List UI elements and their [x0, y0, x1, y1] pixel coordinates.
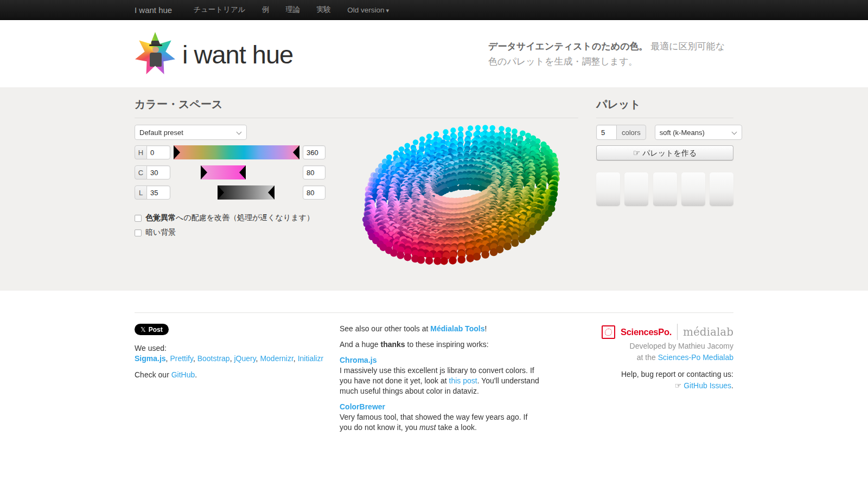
footer-link[interactable]: jQuery: [234, 354, 256, 363]
slider-handle-max-C[interactable]: [239, 165, 246, 179]
nav-item-例[interactable]: 例: [254, 5, 278, 15]
nav-item-実験[interactable]: 実験: [308, 5, 339, 15]
x-logo-icon: 𝕏: [141, 326, 146, 333]
we-used-label: We used:: [135, 343, 340, 354]
slider-max-input-C[interactable]: [303, 165, 326, 179]
color-space-title: カラー・スペース: [135, 96, 578, 118]
footer-link[interactable]: Bootstrap: [197, 354, 230, 363]
app-logo-star-icon: [135, 32, 176, 76]
slider-gradient-H: [174, 145, 299, 159]
footer-divider: [135, 312, 733, 313]
palette-swatch-2[interactable]: [624, 172, 648, 206]
slider-track-C[interactable]: [174, 165, 299, 179]
footer-link[interactable]: Initializr: [298, 354, 323, 363]
palette-title: パレット: [596, 96, 733, 118]
tagline: データサイエンティストのための色。 最適に区別可能な色のパレットを生成・調整しま…: [488, 39, 733, 69]
medialab-logo-text: médialab: [683, 327, 733, 337]
github-issues-line: ☞ GitHub Issues.: [539, 381, 733, 391]
work-item: Chroma.jsI massively use this excellent …: [340, 355, 539, 396]
slider-row-C: C: [135, 165, 347, 180]
slider-label-L: L: [135, 185, 147, 200]
check-github-line: Check our GitHub.: [135, 370, 340, 380]
nav-item-Old version[interactable]: Old version ▾: [339, 6, 397, 14]
x-post-button[interactable]: 𝕏Post: [135, 324, 169, 335]
nav-item-理論[interactable]: 理論: [277, 5, 308, 15]
caret-down-icon: ▾: [384, 7, 389, 14]
slider-handle-max-L[interactable]: [268, 185, 275, 200]
slider-min-input-C[interactable]: [146, 165, 170, 179]
make-palette-button[interactable]: ☞パレットを作る: [596, 145, 733, 161]
footer-link[interactable]: ColorBrewer: [340, 402, 385, 411]
footer-link[interactable]: Chroma.js: [340, 356, 376, 364]
thanks-line: And a huge thanks to these inspiring wor…: [340, 339, 539, 350]
developed-by: Developed by Mathieu Jacomy: [539, 341, 733, 351]
checkbox-row-1[interactable]: 暗い背景: [135, 228, 347, 238]
sciencespo-emblem-icon: [602, 325, 615, 339]
logo-separator: [677, 324, 678, 340]
checkbox-label: 色覚異常への配慮を改善（処理が遅くなります）: [145, 213, 314, 223]
footer-link[interactable]: Modernizr: [260, 354, 293, 363]
preset-select[interactable]: Default preset: [135, 125, 247, 140]
hand-pointing-right-icon: ☞: [633, 148, 640, 157]
navbar-brand[interactable]: I want hue: [135, 5, 172, 15]
slider-min-input-L[interactable]: [146, 185, 170, 200]
footer: 𝕏Post We used: Sigma.js, Prettify, Boots…: [0, 291, 868, 471]
slider-min-input-H[interactable]: [146, 145, 170, 159]
nav-item-チュートリアル[interactable]: チュートリアル: [185, 5, 253, 15]
at-the-line: at the Sciences-Po Medialab: [539, 352, 733, 363]
slider-gradient-L: [218, 185, 274, 200]
main-band: カラー・スペース Default preset HCL 色覚異常への配慮を改善（…: [0, 87, 868, 291]
checkboxes: 色覚異常への配慮を改善（処理が遅くなります）暗い背景: [135, 213, 347, 238]
palette-swatch-5[interactable]: [710, 172, 733, 206]
colors-addon-label: colors: [616, 125, 646, 140]
slider-handle-min-C[interactable]: [201, 165, 207, 179]
palette-swatches: [596, 172, 733, 206]
hand-pointing-right-icon: ☞: [675, 381, 684, 390]
footer-link[interactable]: this post: [449, 376, 477, 385]
text-segment: must: [419, 423, 436, 432]
inspiring-works: Chroma.jsI massively use this excellent …: [340, 355, 539, 433]
palette-swatch-1[interactable]: [596, 172, 620, 206]
sliders: HCL: [135, 145, 347, 200]
palette-swatch-4[interactable]: [681, 172, 705, 206]
page-header: i want hue データサイエンティストのための色。 最適に区別可能な色のパ…: [0, 20, 868, 87]
see-also-line: See also our other tools at Médialab Too…: [340, 324, 539, 334]
slider-track-L[interactable]: [174, 185, 299, 200]
sciencespo-logo-text: SciencesPo.: [621, 327, 672, 337]
color-count-input[interactable]: [596, 125, 617, 140]
slider-label-H: H: [135, 145, 147, 159]
navbar-links: チュートリアル例理論実験Old version ▾: [185, 5, 397, 15]
slider-row-L: L: [135, 185, 347, 200]
text-segment: thanks: [381, 340, 405, 349]
work-item: ColorBrewerVery famous tool, that showed…: [340, 402, 539, 433]
footer-link[interactable]: Sigma.js: [135, 354, 166, 363]
checkbox-row-0[interactable]: 色覚異常への配慮を改善（処理が遅くなります）: [135, 213, 347, 223]
slider-label-C: C: [135, 165, 147, 179]
top-navbar: I want hue チュートリアル例理論実験Old version ▾: [0, 0, 868, 20]
slider-row-H: H: [135, 145, 347, 160]
slider-track-H[interactable]: [174, 145, 299, 159]
color-space-3d-view[interactable]: [349, 125, 577, 285]
slider-handle-max-H[interactable]: [293, 145, 299, 159]
lab-logos: SciencesPo. médialab: [539, 324, 733, 340]
palette-swatch-3[interactable]: [653, 172, 677, 206]
checkbox-label: 暗い背景: [145, 228, 176, 238]
checkbox[interactable]: [135, 215, 142, 222]
checkbox[interactable]: [135, 229, 142, 236]
footer-link[interactable]: GitHub: [171, 370, 195, 379]
page-title: i want hue: [182, 40, 293, 69]
slider-max-input-L[interactable]: [303, 185, 326, 200]
footer-link[interactable]: Prettify: [170, 354, 193, 363]
libs-line: Sigma.js, Prettify, Bootstrap, jQuery, M…: [135, 354, 340, 364]
palette-mode-select[interactable]: soft (k-Means): [655, 125, 742, 140]
footer-link[interactable]: GitHub Issues: [684, 381, 731, 390]
footer-link[interactable]: Sciences-Po Medialab: [658, 353, 733, 362]
footer-link[interactable]: Médialab Tools: [430, 324, 484, 333]
slider-handle-min-L[interactable]: [218, 185, 224, 200]
help-line: Help, bug report or contacting us:: [539, 369, 733, 380]
slider-handle-min-H[interactable]: [174, 145, 180, 159]
slider-max-input-H[interactable]: [303, 145, 326, 159]
